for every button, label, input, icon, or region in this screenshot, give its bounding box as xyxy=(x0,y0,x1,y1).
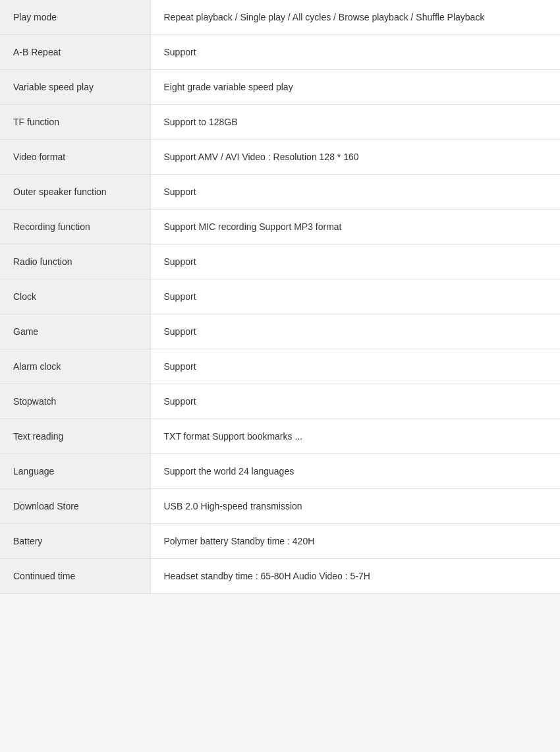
spec-label: A-B Repeat xyxy=(0,35,150,70)
table-row: Video formatSupport AMV / AVI Video : Re… xyxy=(0,140,560,175)
table-row: Download StoreUSB 2.0 High-speed transmi… xyxy=(0,489,560,524)
spec-value: TXT format Support bookmarks ... xyxy=(150,419,560,454)
spec-value: Support xyxy=(150,279,560,314)
table-row: Recording functionSupport MIC recording … xyxy=(0,210,560,245)
footer-area xyxy=(0,594,560,726)
spec-label: Recording function xyxy=(0,210,150,245)
table-row: TF functionSupport to 128GB xyxy=(0,105,560,140)
spec-value: Support xyxy=(150,384,560,419)
spec-label: Outer speaker function xyxy=(0,175,150,210)
spec-label: Stopwatch xyxy=(0,384,150,419)
spec-value: Support the world 24 languages xyxy=(150,454,560,489)
table-row: BatteryPolymer battery Standby time : 42… xyxy=(0,524,560,559)
spec-value: Support xyxy=(150,35,560,70)
spec-label: Download Store xyxy=(0,489,150,524)
spec-label: Text reading xyxy=(0,419,150,454)
spec-value: Support to 128GB xyxy=(150,105,560,140)
table-row: StopwatchSupport xyxy=(0,384,560,419)
spec-value: Support xyxy=(150,314,560,349)
spec-label: Battery xyxy=(0,524,150,559)
spec-value: Polymer battery Standby time : 420H xyxy=(150,524,560,559)
table-row: GameSupport xyxy=(0,314,560,349)
spec-label: Continued time xyxy=(0,559,150,594)
specifications-table: Play modeRepeat playback / Single play /… xyxy=(0,0,560,594)
spec-value: Support AMV / AVI Video : Resolution 128… xyxy=(150,140,560,175)
spec-value: Repeat playback / Single play / All cycl… xyxy=(150,0,560,35)
spec-value: Support xyxy=(150,175,560,210)
table-row: Variable speed playEight grade variable … xyxy=(0,70,560,105)
table-row: ClockSupport xyxy=(0,279,560,314)
table-row: LanguageSupport the world 24 languages xyxy=(0,454,560,489)
spec-label: Video format xyxy=(0,140,150,175)
spec-label: Language xyxy=(0,454,150,489)
spec-value: USB 2.0 High-speed transmission xyxy=(150,489,560,524)
spec-label: Play mode xyxy=(0,0,150,35)
table-row: Text readingTXT format Support bookmarks… xyxy=(0,419,560,454)
spec-label: Game xyxy=(0,314,150,349)
spec-label: Clock xyxy=(0,279,150,314)
spec-table-container: Play modeRepeat playback / Single play /… xyxy=(0,0,560,594)
table-row: Continued timeHeadset standby time : 65-… xyxy=(0,559,560,594)
spec-label: TF function xyxy=(0,105,150,140)
spec-value: Eight grade variable speed play xyxy=(150,70,560,105)
spec-value: Support xyxy=(150,349,560,384)
table-row: Radio functionSupport xyxy=(0,245,560,279)
spec-value: Headset standby time : 65-80H Audio Vide… xyxy=(150,559,560,594)
table-row: Outer speaker functionSupport xyxy=(0,175,560,210)
spec-value: Support MIC recording Support MP3 format xyxy=(150,210,560,245)
table-row: A-B RepeatSupport xyxy=(0,35,560,70)
spec-label: Variable speed play xyxy=(0,70,150,105)
table-row: Play modeRepeat playback / Single play /… xyxy=(0,0,560,35)
spec-label: Alarm clock xyxy=(0,349,150,384)
table-row: Alarm clockSupport xyxy=(0,349,560,384)
spec-label: Radio function xyxy=(0,245,150,279)
spec-value: Support xyxy=(150,245,560,279)
